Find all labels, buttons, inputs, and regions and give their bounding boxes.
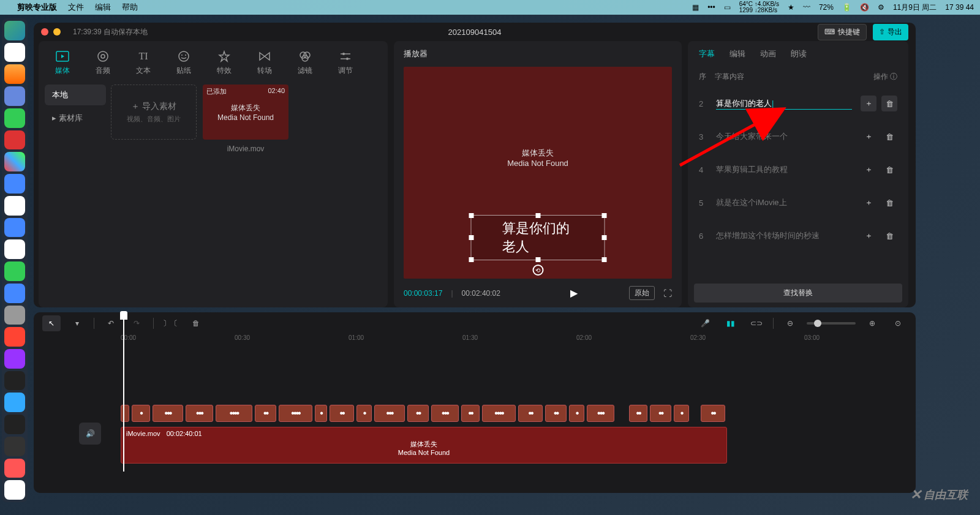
resize-handle[interactable] bbox=[469, 257, 474, 262]
delete-tool[interactable]: 🗑 bbox=[187, 315, 205, 331]
playhead[interactable] bbox=[123, 312, 124, 472]
close-button[interactable] bbox=[41, 28, 48, 36]
tab-adjust[interactable]: 调节 bbox=[328, 46, 363, 80]
dock-app-3[interactable] bbox=[4, 64, 25, 84]
dock-app-22[interactable] bbox=[4, 480, 25, 500]
dock-app-17[interactable] bbox=[4, 371, 25, 391]
menubar-time[interactable]: 17 39 44 bbox=[945, 3, 974, 12]
tab-subtitle[interactable]: 字幕 bbox=[699, 48, 715, 59]
tab-audio[interactable]: 音频 bbox=[85, 46, 121, 80]
dock-app-15[interactable] bbox=[4, 327, 25, 347]
media-clip[interactable]: 已添加 02:40 媒体丢失 Media Not Found iMovie.mo… bbox=[203, 85, 288, 307]
control-center-icon[interactable]: ⚙ bbox=[878, 3, 884, 12]
dock-app-20[interactable] bbox=[4, 437, 25, 456]
delete-subtitle-button[interactable]: 🗑 bbox=[881, 96, 897, 111]
import-media-button[interactable]: ＋ 导入素材 视频、音频、图片 bbox=[111, 85, 197, 140]
dock-app-7[interactable] bbox=[4, 152, 25, 171]
dock-app-9[interactable] bbox=[4, 196, 25, 216]
dock-app-16[interactable] bbox=[4, 349, 25, 369]
delete-subtitle-button[interactable]: 🗑 bbox=[881, 162, 897, 178]
dock-app-21[interactable] bbox=[4, 459, 25, 478]
find-replace-button[interactable]: 查找替换 bbox=[694, 284, 902, 303]
display-icon[interactable]: ▭ bbox=[724, 3, 731, 12]
subtitle-clip[interactable]: •• bbox=[407, 405, 429, 422]
resize-handle[interactable] bbox=[469, 235, 474, 240]
grid-icon[interactable]: ▦ bbox=[692, 3, 699, 12]
tab-read[interactable]: 朗读 bbox=[791, 48, 807, 59]
tab-media[interactable]: 媒体 bbox=[45, 46, 80, 80]
rotate-handle[interactable]: ⟲ bbox=[532, 265, 543, 276]
subtitle-row[interactable]: 5 就是在这个iMovie上 ＋🗑 bbox=[694, 186, 902, 219]
subtitle-overlay[interactable]: 算是你们的老人 ⟲ bbox=[471, 215, 605, 260]
subtitle-clip[interactable]: •••• bbox=[482, 405, 516, 422]
menubar-date[interactable]: 11月9日 周二 bbox=[893, 2, 937, 13]
tab-transition[interactable]: 转场 bbox=[247, 46, 282, 80]
add-subtitle-button[interactable]: ＋ bbox=[861, 195, 876, 211]
tab-sticker[interactable]: 贴纸 bbox=[166, 46, 202, 80]
delete-subtitle-button[interactable]: 🗑 bbox=[881, 228, 897, 244]
dock-app-2[interactable] bbox=[4, 43, 25, 62]
tab-text[interactable]: TI文本 bbox=[126, 46, 161, 80]
tab-effects[interactable]: 特效 bbox=[206, 46, 242, 80]
menu-help[interactable]: 帮助 bbox=[122, 2, 138, 13]
wave-icon[interactable]: 〰 bbox=[803, 3, 810, 12]
dock-app-18[interactable] bbox=[4, 393, 25, 412]
subtitle-clip[interactable]: •••• bbox=[279, 405, 312, 422]
timeline-ruler[interactable]: 00:00 00:30 01:00 01:30 02:00 02:30 03:0… bbox=[42, 334, 907, 347]
resize-handle[interactable] bbox=[602, 257, 607, 262]
play-button[interactable]: ▶ bbox=[570, 287, 578, 299]
subtitle-row[interactable]: 6 怎样增加这个转场时间的秒速 ＋🗑 bbox=[694, 219, 902, 252]
menu-edit[interactable]: 编辑 bbox=[95, 2, 111, 13]
subtitle-clip[interactable]: •• bbox=[518, 405, 543, 422]
magnet-tool[interactable]: ▮▮ bbox=[722, 315, 740, 331]
zoom-slider[interactable] bbox=[807, 322, 856, 325]
subtitle-clip[interactable]: •• bbox=[255, 405, 276, 422]
undo-button[interactable]: ↶ bbox=[102, 315, 120, 331]
dock-app-5[interactable] bbox=[4, 108, 25, 128]
add-subtitle-button[interactable]: ＋ bbox=[861, 96, 876, 111]
subtitle-clip[interactable]: •• bbox=[330, 405, 354, 422]
tab-filter[interactable]: 滤镜 bbox=[287, 46, 323, 80]
subtitle-clip[interactable]: ••• bbox=[431, 405, 459, 422]
add-subtitle-button[interactable]: ＋ bbox=[861, 129, 876, 145]
chevron-down-icon[interactable]: ▾ bbox=[68, 315, 86, 331]
redo-button[interactable]: ↷ bbox=[127, 315, 146, 331]
dock-app-19[interactable] bbox=[4, 415, 25, 434]
subtitle-clip[interactable]: ••• bbox=[186, 405, 213, 422]
dock-app-8[interactable] bbox=[4, 174, 25, 194]
subtitle-row[interactable]: 4 苹果剪辑工具的教程 ＋🗑 bbox=[694, 153, 902, 186]
minimize-button[interactable] bbox=[53, 28, 61, 36]
pointer-tool[interactable]: ↖ bbox=[42, 315, 61, 331]
zoom-fit-button[interactable]: ⊙ bbox=[889, 315, 907, 331]
subtitle-clip[interactable]: ••• bbox=[374, 405, 405, 422]
subtitle-row[interactable]: 2 算是你们的老人| ＋ 🗑 bbox=[694, 87, 902, 120]
fullscreen-button[interactable]: ⛶ bbox=[663, 288, 672, 298]
sidebar-item-local[interactable]: 本地 bbox=[45, 85, 106, 105]
volume-icon[interactable]: 🔇 bbox=[860, 3, 869, 12]
subtitle-clip[interactable]: •• bbox=[545, 405, 567, 422]
subtitle-clip[interactable]: • bbox=[132, 405, 150, 422]
split-tool[interactable]: 〕〔 bbox=[161, 315, 179, 331]
dock-app-10[interactable] bbox=[4, 218, 25, 238]
dock-app-4[interactable] bbox=[4, 86, 25, 106]
subtitle-clip[interactable]: •• bbox=[701, 405, 725, 422]
hotkey-button[interactable]: ⌨ 快捷键 bbox=[818, 24, 867, 40]
delete-subtitle-button[interactable]: 🗑 bbox=[881, 195, 897, 211]
zoom-out-button[interactable]: ⊖ bbox=[781, 315, 799, 331]
resize-handle[interactable] bbox=[602, 235, 607, 240]
delete-subtitle-button[interactable]: 🗑 bbox=[881, 129, 897, 145]
player-viewport[interactable]: 媒体丢失 Media Not Found 算是你们的老人 ⟲ bbox=[404, 67, 672, 279]
export-button[interactable]: ⇧ 导出 bbox=[873, 24, 908, 40]
zoom-in-button[interactable]: ⊕ bbox=[863, 315, 881, 331]
tab-animation[interactable]: 动画 bbox=[760, 48, 776, 59]
add-subtitle-button[interactable]: ＋ bbox=[861, 162, 876, 178]
video-track-clip[interactable]: iMovie.mov 00:02:40:01 媒体丢失 Media Not Fo… bbox=[121, 427, 727, 464]
subtitle-clip[interactable]: • bbox=[569, 405, 584, 422]
aspect-ratio-button[interactable]: 原始 bbox=[629, 286, 655, 300]
dock-app-14[interactable] bbox=[4, 306, 25, 325]
link-tool[interactable]: ⊂⊃ bbox=[747, 315, 766, 331]
subtitle-clip[interactable]: •• bbox=[461, 405, 480, 422]
resize-handle[interactable] bbox=[469, 213, 474, 218]
dock-app-12[interactable] bbox=[4, 261, 25, 281]
app-name[interactable]: 剪映专业版 bbox=[17, 2, 57, 13]
